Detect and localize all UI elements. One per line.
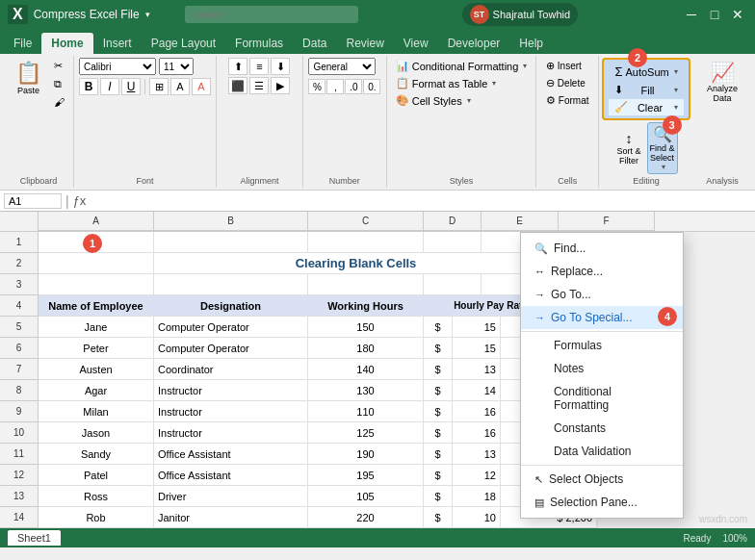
header-designation[interactable]: Designation [154,295,308,317]
cell-rate-dollar-5[interactable]: $ [424,317,453,338]
cell-rate-dollar-6[interactable]: $ [424,338,453,359]
close-button[interactable]: ✕ [728,5,747,24]
cell-b2-title[interactable]: Clearing Blank Cells [154,253,559,274]
cell-rate-dollar-10[interactable]: $ [424,422,453,444]
cell-desig-6[interactable]: Computer Operator [154,338,308,359]
cut-button[interactable]: ✂ [50,58,68,74]
cell-hours-10[interactable]: 125 [308,422,424,444]
cell-hours-11[interactable]: 190 [308,444,424,465]
cell-b1[interactable] [154,232,308,253]
cell-rate-12[interactable]: 12 [453,465,501,486]
copy-button[interactable]: ⧉ [50,76,68,92]
cell-hours-13[interactable]: 105 [308,486,424,507]
cell-hours-5[interactable]: 150 [308,317,424,338]
constants-item[interactable]: Constants [521,417,683,440]
cell-c1[interactable] [308,232,424,253]
cell-desig-10[interactable]: Instructor [154,422,308,444]
cell-name-10[interactable]: Jason [39,422,154,444]
font-size-select[interactable]: 11 [159,58,194,75]
cell-name-11[interactable]: Sandy [39,444,154,465]
cell-desig-14[interactable]: Janitor [154,507,308,528]
tab-review[interactable]: Review [336,33,393,54]
header-hours[interactable]: Working Hours [308,295,424,317]
search-input[interactable] [185,6,358,23]
cell-hours-6[interactable]: 180 [308,338,424,359]
cell-rate-7[interactable]: 13 [453,359,501,380]
cell-desig-13[interactable]: Driver [154,486,308,507]
tab-insert[interactable]: Insert [93,33,142,54]
maximize-button[interactable]: □ [705,5,724,24]
cell-hours-14[interactable]: 220 [308,507,424,528]
cell-rate-dollar-7[interactable]: $ [424,359,453,380]
fill-button[interactable]: ⬇ Fill ▾ [609,82,683,98]
cell-hours-8[interactable]: 130 [308,380,424,401]
analyze-data-button[interactable]: 📈 AnalyzeData [702,58,742,106]
data-validation-item[interactable]: Data Validation [521,440,683,463]
header-name[interactable]: Name of Employee [39,295,154,317]
formulas-item[interactable]: Formulas [521,334,683,357]
insert-cells-button[interactable]: ⊕Insert [542,58,586,74]
cell-rate-10[interactable]: 16 [453,422,501,444]
tab-file[interactable]: File [4,33,41,54]
find-item[interactable]: 🔍 Find... [521,237,683,260]
clear-button[interactable]: 🧹 Clear ▾ [609,99,683,115]
cell-name-5[interactable]: Jane [39,317,154,338]
cell-desig-8[interactable]: Instructor [154,380,308,401]
cell-a2[interactable] [39,253,154,274]
goto-special-item[interactable]: 4 → Go To Special... [521,306,683,329]
format-painter-button[interactable]: 🖌 [50,94,68,110]
tab-help[interactable]: Help [509,33,553,54]
paste-button[interactable]: 📋 Paste [10,58,48,98]
align-bottom-button[interactable]: ⬇ [271,58,290,75]
cell-rate-13[interactable]: 18 [453,486,501,507]
cell-rate-9[interactable]: 16 [453,401,501,422]
cell-desig-7[interactable]: Coordinator [154,359,308,380]
cell-hours-12[interactable]: 195 [308,465,424,486]
format-as-table-button[interactable]: 📋 Format as Table ▾ [392,75,501,91]
tab-developer[interactable]: Developer [438,33,510,54]
sheet-tab[interactable]: Sheet1 [8,530,61,546]
cell-d1[interactable] [424,232,482,253]
cell-name-9[interactable]: Milan [39,401,154,422]
cell-name-12[interactable]: Patel [39,465,154,486]
selection-pane-item[interactable]: ▤ Selection Pane... [521,491,683,514]
cell-d3[interactable] [424,274,482,295]
font-color-button[interactable]: A [192,78,211,95]
cell-rate-dollar-13[interactable]: $ [424,486,453,507]
cell-rate-6[interactable]: 15 [453,338,501,359]
cell-desig-12[interactable]: Office Assistant [154,465,308,486]
cell-rate-dollar-12[interactable]: $ [424,465,453,486]
cell-desig-9[interactable]: Instructor [154,401,308,422]
format-cells-button[interactable]: ⚙Format [542,92,593,109]
cell-rate-8[interactable]: 14 [453,380,501,401]
align-right-button[interactable]: ▶ [271,77,290,94]
cell-rate-dollar-9[interactable]: $ [424,401,453,422]
tab-formulas[interactable]: Formulas [225,33,293,54]
tab-page-layout[interactable]: Page Layout [142,33,225,54]
select-objects-item[interactable]: ↖ Select Objects [521,468,683,491]
cell-rate-dollar-14[interactable]: $ [424,507,453,528]
tab-home[interactable]: Home [41,33,92,54]
align-middle-button[interactable]: ≡ [249,58,269,75]
tab-view[interactable]: View [394,33,438,54]
conditional-formatting-button[interactable]: 📊 Conditional Formatting ▾ [392,58,532,74]
percent-button[interactable]: % [308,79,325,94]
cell-ref-input[interactable] [4,193,62,209]
align-center-button[interactable]: ☰ [249,77,269,94]
notes-item[interactable]: Notes [521,357,683,380]
underline-button[interactable]: U [121,78,141,95]
align-left-button[interactable]: ⬛ [228,77,247,94]
cell-c3[interactable] [308,274,424,295]
cell-rate-dollar-11[interactable]: $ [424,444,453,465]
cell-b3[interactable] [154,274,308,295]
cell-hours-7[interactable]: 140 [308,359,424,380]
cell-rate-5[interactable]: 15 [453,317,501,338]
minimize-button[interactable]: ─ [682,5,701,24]
cell-desig-5[interactable]: Computer Operator [154,317,308,338]
formula-input[interactable] [90,194,751,208]
cond-formatting-item[interactable]: Conditional Formatting [521,380,683,417]
cell-a3[interactable] [39,274,154,295]
cell-name-8[interactable]: Agar [39,380,154,401]
decrease-decimal-button[interactable]: 0. [363,79,380,94]
italic-button[interactable]: I [100,78,119,95]
